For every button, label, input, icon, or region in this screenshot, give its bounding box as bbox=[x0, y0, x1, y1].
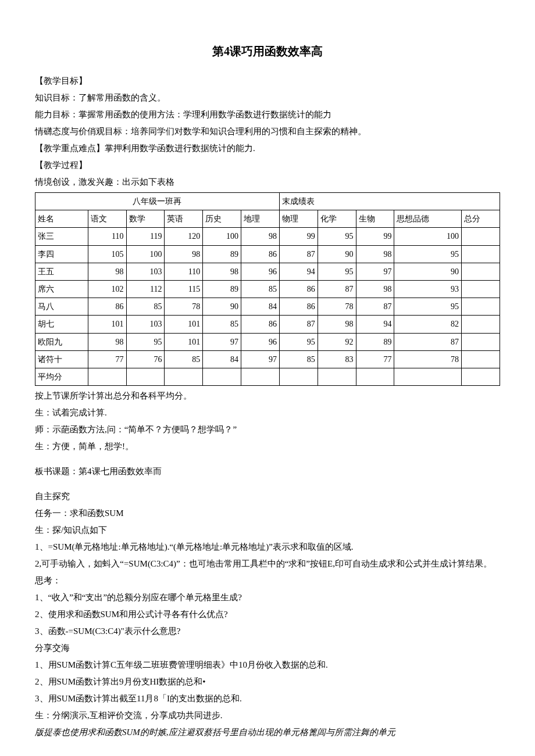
table-row: 张三 110 119 120 100 98 99 95 99 100 bbox=[35, 228, 500, 245]
col-english: 英语 bbox=[165, 210, 203, 228]
intro-context: 情境创设，激发兴趣：出示如下表格 bbox=[35, 174, 500, 190]
goal-knowledge: 知识目标：了解常用函数的含义。 bbox=[35, 90, 500, 106]
col-physics: 物理 bbox=[279, 210, 318, 228]
table-header-row: 姓名 语文 数学 英语 历史 地理 物理 化学 生物 思想品德 总分 bbox=[35, 210, 500, 228]
col-total: 总分 bbox=[462, 210, 500, 228]
think-2: 2、使用求和函数SUM和用公式计寻各有什么优点? bbox=[35, 607, 500, 622]
teacher-demo: 师：示葩函数方法,问：“简单不？方便吗？想学吗？” bbox=[35, 422, 500, 438]
share-2: 2、用SUM函数计算出9月份支HI数据的总和• bbox=[35, 674, 500, 690]
student-present: 生：分纲演示,互相评价交流，分享成功共同进步. bbox=[35, 708, 500, 723]
col-chinese: 语文 bbox=[88, 210, 126, 228]
table-title-right: 末成绩表 bbox=[279, 193, 500, 210]
tip-note: 版提泰也使用求和函数SUM的时嫉,应注避双蔡括号里自动出现的单元格篦闾与所需注舞… bbox=[35, 725, 500, 740]
point-1: 1、=SUM(单元格地址:单元格地址).“(单元格地址:单元格地址)”表示求和取… bbox=[35, 539, 500, 555]
table-row: 胡七 101 103 101 85 86 87 98 94 82 bbox=[35, 316, 500, 333]
think-1: 1、“收入”和“支出”的总额分别应在哪个单元格里生成? bbox=[35, 590, 500, 605]
table-title-left: 八年级一班再 bbox=[35, 193, 280, 210]
table-row: 王五 98 103 110 98 96 94 95 97 90 bbox=[35, 263, 500, 280]
table-row: 欧阳九 98 95 101 97 96 95 92 89 87 bbox=[35, 333, 500, 350]
col-chemistry: 化学 bbox=[318, 210, 356, 228]
share-1: 1、用SUM函数计算C五年级二班班费管理明细表》中10月份收入数据的总和. bbox=[35, 657, 500, 673]
think-3: 3、函数-=SUM(C3:C4)"表示什么意思? bbox=[35, 624, 500, 639]
section-keypoints: 【教学重点难点】掌押利用数学函数进行数据统计的能力. bbox=[35, 141, 500, 156]
table-row: 李四 105 100 98 89 86 87 90 98 95 bbox=[35, 245, 500, 263]
col-geography: 地理 bbox=[241, 210, 280, 228]
instruction-calc: 按上节课所学计算出总分和各科平均分。 bbox=[35, 388, 500, 404]
col-history: 历史 bbox=[203, 210, 241, 228]
section-process: 【教学过程】 bbox=[35, 157, 500, 173]
table-title-row: 八年级一班再 末成绩表 bbox=[35, 193, 500, 210]
table-row: 马八 86 85 78 90 84 86 78 87 95 bbox=[35, 298, 500, 316]
point-2: 2,可手动输入，如蚪入“=SUM(C3:C4)”：也可地击常用工具栏中的“求和”… bbox=[35, 556, 500, 572]
board-title: 板书课题：第4课七用函数效率而 bbox=[35, 464, 500, 479]
page-title: 第4课巧用函数效率高 bbox=[35, 41, 500, 62]
col-name: 姓名 bbox=[35, 210, 88, 228]
self-explore: 自主探究 bbox=[35, 489, 500, 504]
goal-attitude: 情礴态度与价俏观目标：培养同学们对数学和知识合理利用的习惯和自主探索的精神。 bbox=[35, 124, 500, 139]
table-row: 诸符十 77 76 85 84 97 85 83 77 78 bbox=[35, 350, 500, 368]
task-one: 任务一：求和函数SUM bbox=[35, 506, 500, 521]
student-reply: 生：方便，简单，想学!。 bbox=[35, 439, 500, 454]
col-math: 数学 bbox=[126, 210, 165, 228]
goal-ability: 能力目标：掌握常用函数的使用方法：学理利用数学函数进行数据统计的能力 bbox=[35, 107, 500, 123]
share: 分享交海 bbox=[35, 640, 500, 656]
score-table: 八年级一班再 末成绩表 姓名 语文 数学 英语 历史 地理 物理 化学 生物 思… bbox=[35, 192, 500, 386]
student-explore: 生：探/知识点如下 bbox=[35, 522, 500, 538]
col-biology: 生物 bbox=[356, 210, 394, 228]
table-row: 席六 102 112 115 89 85 86 87 98 93 bbox=[35, 280, 500, 298]
think: 思考： bbox=[35, 573, 500, 589]
col-politics: 思想品德 bbox=[394, 210, 462, 228]
table-row-average: 平均分 bbox=[35, 368, 500, 385]
section-goals: 【教学目标】 bbox=[35, 73, 500, 89]
student-try: 生：试着完成计算. bbox=[35, 405, 500, 421]
share-3: 3、用SUM函数计算出截至11月8「I的支出数据的总和. bbox=[35, 691, 500, 707]
